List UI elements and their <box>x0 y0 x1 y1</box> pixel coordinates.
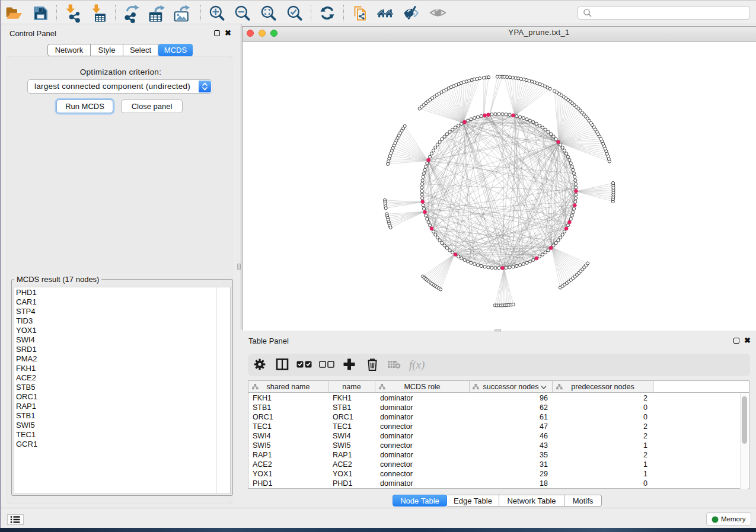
svg-text:f(x): f(x) <box>409 358 425 371</box>
